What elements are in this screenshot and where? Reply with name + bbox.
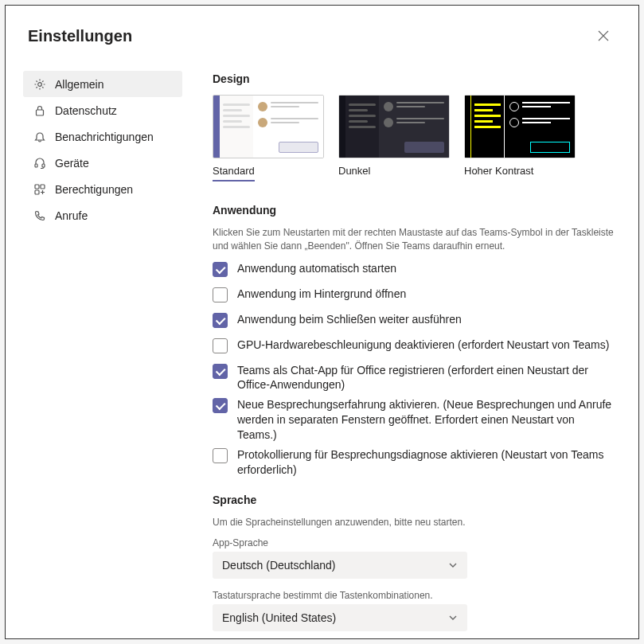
svg-rect-1	[37, 110, 44, 115]
theme-hc-preview	[464, 95, 576, 158]
theme-dark-preview	[338, 95, 450, 158]
sidebar-item-label: Allgemein	[55, 78, 103, 91]
sidebar-item-label: Anrufe	[55, 209, 88, 222]
theme-standard-preview	[213, 95, 324, 158]
sidebar-item-calls[interactable]: Anrufe	[23, 202, 182, 228]
checkbox-label: Protokollierung für Besprechungsdiagnose…	[237, 447, 615, 478]
chevron-down-icon	[448, 613, 458, 623]
checkbox-keep-running[interactable]	[213, 313, 228, 328]
sidebar-item-label: Berechtigungen	[55, 183, 133, 196]
bell-icon	[33, 130, 47, 144]
svg-point-0	[38, 82, 42, 86]
svg-rect-4	[35, 185, 39, 189]
theme-high-contrast[interactable]: Hoher Kontrast	[464, 95, 576, 181]
checkbox-label: GPU-Hardwarebeschleunigung deaktivieren …	[237, 338, 609, 353]
language-section: Sprache Um die Spracheinstellungen anzuw…	[213, 494, 615, 631]
sidebar-item-label: Datenschutz	[55, 104, 117, 117]
gear-icon	[33, 77, 47, 92]
option-register-chat: Teams als Chat-App für Office registrier…	[213, 363, 615, 393]
checkbox-autostart[interactable]	[213, 262, 228, 277]
phone-icon	[33, 209, 47, 223]
keyboard-language-value: English (United States)	[222, 611, 336, 624]
sidebar-item-label: Benachrichtigungen	[55, 131, 154, 143]
checkbox-disable-gpu[interactable]	[213, 338, 228, 353]
theme-label: Dunkel	[338, 165, 370, 177]
headset-icon	[33, 156, 47, 170]
option-autostart: Anwendung automatisch starten	[213, 261, 615, 277]
modal-header: Einstellungen	[6, 6, 638, 57]
svg-rect-5	[41, 185, 45, 189]
svg-rect-6	[35, 190, 39, 194]
svg-rect-2	[35, 164, 37, 167]
checkbox-open-background[interactable]	[213, 287, 228, 302]
sidebar-item-notifications[interactable]: Benachrichtigungen	[23, 123, 182, 150]
checkbox-label: Neue Besprechungserfahrung aktivieren. (…	[237, 397, 615, 443]
lock-icon	[33, 103, 47, 118]
theme-standard[interactable]: Standard	[213, 95, 324, 181]
option-open-background: Anwendung im Hintergrund öffnen	[213, 287, 615, 302]
option-disable-gpu: GPU-Hardwarebeschleunigung deaktivieren …	[213, 338, 615, 353]
option-new-meeting: Neue Besprechungserfahrung aktivieren. (…	[213, 397, 615, 443]
apps-icon	[33, 182, 47, 197]
sidebar-item-general[interactable]: Allgemein	[23, 71, 182, 97]
app-language-label: App-Sprache	[213, 537, 615, 548]
sidebar-item-devices[interactable]: Geräte	[23, 150, 182, 176]
language-section-title: Sprache	[213, 494, 615, 506]
keyboard-language-select[interactable]: English (United States)	[213, 604, 467, 631]
settings-sidebar: Allgemein Datenschutz Benachrichtigungen…	[6, 57, 189, 638]
application-section: Anwendung Klicken Sie zum Neustarten mit…	[213, 204, 615, 478]
sidebar-item-permissions[interactable]: Berechtigungen	[23, 176, 182, 202]
sidebar-item-label: Geräte	[55, 157, 89, 170]
theme-label: Standard	[213, 165, 255, 177]
app-language-value: Deutsch (Deutschland)	[222, 559, 335, 572]
checkbox-diag-logging[interactable]	[213, 448, 228, 463]
modal-body: Allgemein Datenschutz Benachrichtigungen…	[6, 57, 638, 638]
application-hint: Klicken Sie zum Neustarten mit der recht…	[213, 226, 615, 253]
theme-dark[interactable]: Dunkel	[338, 95, 450, 181]
modal-title: Einstellungen	[28, 27, 132, 45]
settings-modal: Einstellungen Allgemein Datenschutz	[5, 5, 639, 639]
theme-label: Hoher Kontrast	[464, 165, 533, 177]
app-language-select[interactable]: Deutsch (Deutschland)	[213, 552, 467, 579]
application-section-title: Anwendung	[213, 204, 615, 217]
option-keep-running: Anwendung beim Schließen weiter ausführe…	[213, 312, 615, 328]
close-button[interactable]	[591, 23, 616, 49]
svg-rect-3	[42, 164, 45, 167]
checkbox-label: Teams als Chat-App für Office registrier…	[237, 363, 615, 393]
option-diag-logging: Protokollierung für Besprechungsdiagnose…	[213, 447, 615, 478]
sidebar-item-privacy[interactable]: Datenschutz	[23, 97, 182, 123]
design-section-title: Design	[213, 72, 615, 85]
checkbox-label: Anwendung beim Schließen weiter ausführe…	[237, 312, 462, 327]
checkbox-label: Anwendung im Hintergrund öffnen	[237, 287, 406, 302]
checkbox-new-meeting[interactable]	[213, 398, 228, 413]
chevron-down-icon	[448, 560, 458, 570]
checkbox-label: Anwendung automatisch starten	[237, 261, 396, 276]
settings-content: Design Standard	[189, 57, 638, 638]
language-hint: Um die Spracheinstellungen anzuwenden, b…	[213, 516, 615, 529]
close-icon	[598, 30, 609, 41]
theme-picker: Standard Dunk	[213, 95, 615, 181]
checkbox-register-chat[interactable]	[213, 364, 228, 379]
keyboard-language-label: Tastatursprache bestimmt die Tastenkombi…	[213, 590, 615, 601]
